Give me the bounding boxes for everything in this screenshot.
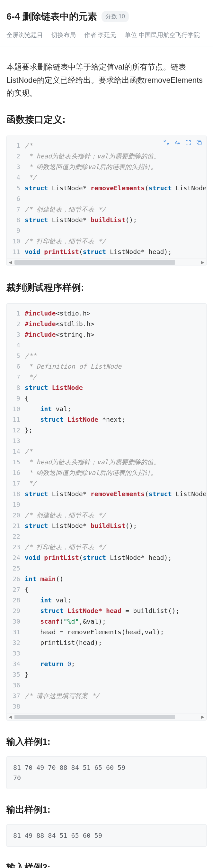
judge-code-box: 1234567891011121314151617181920212223242… <box>6 303 207 720</box>
content: 本题要求删除链表中等于给定值val的所有节点。链表ListNode的定义已经给出… <box>6 46 207 868</box>
hscroll[interactable] <box>7 713 206 720</box>
org-info: 单位 中国民用航空飞行学院 <box>125 30 200 40</box>
svg-rect-0 <box>198 141 202 145</box>
gutter: 1234567891011121314151617181920212223242… <box>7 308 25 712</box>
fullscreen-link[interactable]: 全屏浏览题目 <box>6 30 43 40</box>
code-inner: 1234567891011 /* * head为链表头指针；val为需要删除的值… <box>7 136 206 258</box>
code-lines: #include<stdio.h>#include<stdlib.h>#incl… <box>25 308 206 712</box>
input1-box: 81 70 49 70 88 84 51 65 60 59 70 <box>6 756 207 789</box>
layout-toggle[interactable]: 切换布局 <box>51 30 76 40</box>
meta-row: 全屏浏览题目 切换布局 作者 李廷元 单位 中国民用航空飞行学院 <box>6 30 207 40</box>
interface-code-box: 1234567891011 /* * head为链表头指针；val为需要删除的值… <box>6 135 207 266</box>
code-actions <box>163 139 202 149</box>
score-badge: 分数 10 <box>102 11 129 22</box>
code-lines: /* * head为链表头指针；val为需要删除的值。 * 函数返回值为删除va… <box>25 141 206 257</box>
shrink-icon[interactable] <box>163 139 170 149</box>
interface-heading: 函数接口定义: <box>6 112 207 127</box>
hscroll[interactable] <box>7 258 206 266</box>
page-root: 6-4 删除链表中的元素 分数 10 全屏浏览题目 切换布局 作者 李廷元 单位… <box>0 0 213 868</box>
title-row: 6-4 删除链表中的元素 分数 10 <box>6 9 207 24</box>
copy-icon[interactable] <box>196 139 202 149</box>
header: 6-4 删除链表中的元素 分数 10 全屏浏览题目 切换布局 作者 李廷元 单位… <box>6 0 207 40</box>
author-info: 作者 李廷元 <box>84 30 116 40</box>
gutter: 1234567891011 <box>7 141 25 257</box>
output1-box: 81 49 88 84 51 65 60 59 <box>6 824 207 847</box>
output1-heading: 输出样例1: <box>6 803 207 817</box>
scroll-thumb[interactable] <box>14 715 175 719</box>
input1-heading: 输入样例1: <box>6 735 207 749</box>
fullscreen-icon[interactable] <box>185 139 191 149</box>
problem-description: 本题要求删除链表中等于给定值val的所有节点。链表ListNode的定义已经给出… <box>6 61 207 100</box>
scroll-thumb[interactable] <box>14 260 175 265</box>
input2-heading: 输入样例2: <box>6 860 207 868</box>
code-inner: 1234567891011121314151617181920212223242… <box>7 304 206 713</box>
judge-heading: 裁判测试程序样例: <box>6 280 207 295</box>
problem-title: 6-4 删除链表中的元素 <box>6 9 97 24</box>
font-size-icon[interactable] <box>174 139 181 149</box>
